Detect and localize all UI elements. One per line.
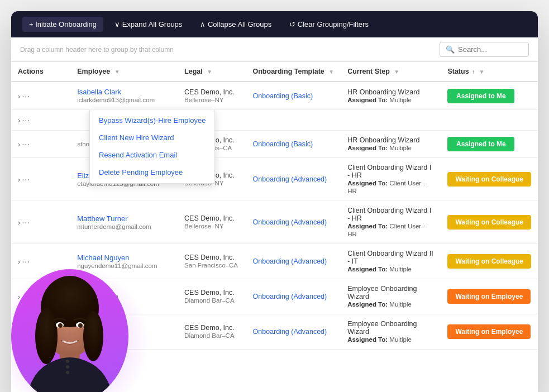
collapse-all-button[interactable]: ∧ Collapse All Groups — [193, 17, 278, 32]
template-cell: Onboarding (Basic) — [246, 131, 341, 158]
status-cell: Waiting on Colleague — [441, 158, 538, 201]
step-assigned: Assigned To: Client User - HR — [347, 180, 425, 194]
table-row: › ··· Matthew Turnermturnerdemo@gmail.co… — [11, 201, 538, 244]
employee-filter-icon: ▼ — [114, 69, 120, 75]
step-cell: HR Onboarding WizardAssigned To: Multipl… — [341, 82, 441, 110]
step-assigned: Assigned To: Multiple — [347, 145, 412, 151]
step-wizard: Employee Onboarding Wizard — [347, 285, 434, 300]
onboarding-template-link[interactable]: Onboarding (Basic) — [253, 140, 313, 148]
row-expand-icon[interactable]: › — [18, 141, 20, 149]
svg-point-5 — [83, 311, 103, 361]
onboarding-template-link[interactable]: Onboarding (Advanced) — [253, 175, 327, 183]
row-dots-button[interactable]: ··· — [22, 92, 30, 101]
drag-hint: Drag a column header here to group by th… — [20, 46, 174, 54]
row-dots-button[interactable]: ··· — [22, 140, 30, 149]
actions-cell: › ··· — [11, 82, 70, 110]
app-container: + Initiate Onboarding ∨ Expand All Group… — [11, 11, 538, 392]
status-cell: Waiting on Employee — [441, 279, 538, 314]
search-box: 🔍 — [440, 42, 529, 57]
initiate-onboarding-button[interactable]: + Initiate Onboarding — [22, 17, 103, 32]
search-input[interactable] — [458, 45, 523, 54]
svg-point-11 — [66, 365, 69, 369]
onboarding-template-link[interactable]: Onboarding (Advanced) — [253, 293, 327, 300]
legal-company: CES Demo, Inc. — [184, 88, 239, 96]
row-expand-icon[interactable]: › — [18, 219, 20, 227]
svg-point-10 — [66, 360, 69, 363]
legal-cell: CES Demo, Inc.Bellerose–NY — [178, 201, 246, 244]
legal-filter-icon: ▼ — [207, 69, 212, 75]
employee-name[interactable]: Matthew Turner — [77, 214, 171, 223]
context-menu-item-resend[interactable]: Resend Activation Email — [90, 146, 214, 164]
svg-point-8 — [58, 323, 63, 328]
step-assigned: Assigned To: Multiple — [347, 97, 412, 103]
table-header-row: Actions Employee ▼ Legal ▼ Onboarding Te… — [11, 62, 538, 82]
employee-cell: Matthew Turnermturnerdemo@gmail.com — [70, 201, 178, 244]
legal-cell: CES Demo, Inc.Bellerose–NY — [178, 82, 246, 110]
row-expand-icon[interactable]: › — [18, 176, 20, 184]
employee-name[interactable]: Michael Nguyen — [77, 254, 171, 262]
svg-point-12 — [66, 371, 69, 374]
step-assigned: Assigned To: Client User - HR — [347, 223, 425, 237]
step-assigned: Assigned To: Multiple — [347, 266, 412, 273]
row-dots-button[interactable]: ··· — [22, 175, 30, 184]
status-badge: Assigned to Me — [447, 137, 514, 151]
template-cell — [246, 110, 341, 131]
context-menu-item-new-hire[interactable]: Client New Hire Wizard — [90, 129, 214, 146]
status-cell: Assigned to Me — [441, 82, 538, 110]
employee-email: mturnerdemo@gmail.com — [77, 223, 151, 230]
col-status[interactable]: Status ↑ ▼ — [441, 62, 538, 82]
context-menu-item-delete[interactable]: Delete Pending Employee — [90, 164, 214, 181]
legal-company: CES Demo, Inc. — [184, 214, 239, 222]
onboarding-template-link[interactable]: Onboarding (Advanced) — [253, 328, 327, 336]
status-badge: Assigned to Me — [447, 89, 514, 103]
step-wizard: Client Onboarding Wizard II - IT — [347, 250, 434, 265]
legal-location: Bellerose–NY — [184, 223, 223, 230]
onboarding-template-link[interactable]: Onboarding (Advanced) — [253, 257, 327, 265]
col-actions: Actions — [11, 62, 70, 82]
avatar-person-svg — [14, 275, 126, 392]
template-cell: Onboarding (Advanced) — [246, 244, 341, 279]
step-cell: Client Onboarding Wizard I - HRAssigned … — [341, 201, 441, 244]
step-wizard: HR Onboarding Wizard — [347, 88, 434, 96]
legal-location: Bellerose–NY — [184, 97, 223, 103]
actions-cell: › ··· — [11, 131, 70, 158]
status-filter-icon: ▼ — [479, 69, 485, 75]
col-legal[interactable]: Legal ▼ — [178, 62, 246, 82]
row-dots-button[interactable]: ··· — [22, 116, 30, 125]
subheader: Drag a column header here to group by th… — [11, 37, 538, 62]
status-cell: Waiting on Employee — [441, 314, 538, 350]
row-dots-button[interactable]: ··· — [22, 257, 30, 266]
status-badge: Waiting on Employee — [447, 289, 531, 304]
legal-location: Diamond Bar–CA — [184, 297, 234, 304]
step-assigned: Assigned To: Multiple — [347, 336, 412, 343]
step-wizard: Employee Onboarding Wizard — [347, 320, 434, 336]
step-cell: Employee Onboarding WizardAssigned To: M… — [341, 279, 441, 314]
row-expand-icon[interactable]: › — [18, 258, 20, 266]
employee-name[interactable]: Isabella Clark — [77, 88, 171, 96]
col-step[interactable]: Current Step ▼ — [341, 62, 441, 82]
row-expand-icon[interactable]: › — [18, 93, 20, 101]
step-wizard: Client Onboarding Wizard I - HR — [347, 164, 434, 179]
col-employee[interactable]: Employee ▼ — [70, 62, 178, 82]
template-cell: Onboarding (Advanced) — [246, 314, 341, 350]
clear-grouping-button[interactable]: ↺ Clear Grouping/Filters — [283, 17, 375, 32]
step-cell — [341, 110, 441, 131]
template-cell: Onboarding (Advanced) — [246, 279, 341, 314]
legal-company: CES Demo, Inc. — [184, 254, 239, 261]
onboarding-template-link[interactable]: Onboarding (Advanced) — [253, 218, 327, 226]
col-template[interactable]: Onboarding Template ▼ — [246, 62, 341, 82]
onboarding-template-link[interactable]: Onboarding (Basic) — [253, 92, 313, 100]
template-filter-icon: ▼ — [328, 69, 334, 75]
expand-all-button[interactable]: ∨ Expand All Groups — [108, 17, 189, 32]
status-badge: Waiting on Colleague — [447, 215, 531, 230]
context-menu-item-bypass[interactable]: Bypass Wizard(s)-Hire Employee — [90, 112, 214, 129]
svg-point-4 — [35, 308, 58, 364]
svg-point-9 — [78, 323, 83, 328]
status-cell — [441, 110, 538, 131]
row-dots-button[interactable]: ··· — [22, 218, 30, 227]
row-expand-icon[interactable]: › — [18, 117, 20, 125]
actions-cell: › ··· — [11, 110, 70, 131]
step-cell: HR Onboarding WizardAssigned To: Multipl… — [341, 131, 441, 158]
employee-email: iclarkdemo913@gmail.com — [77, 97, 155, 103]
legal-location: Diamond Bar–CA — [184, 332, 234, 339]
